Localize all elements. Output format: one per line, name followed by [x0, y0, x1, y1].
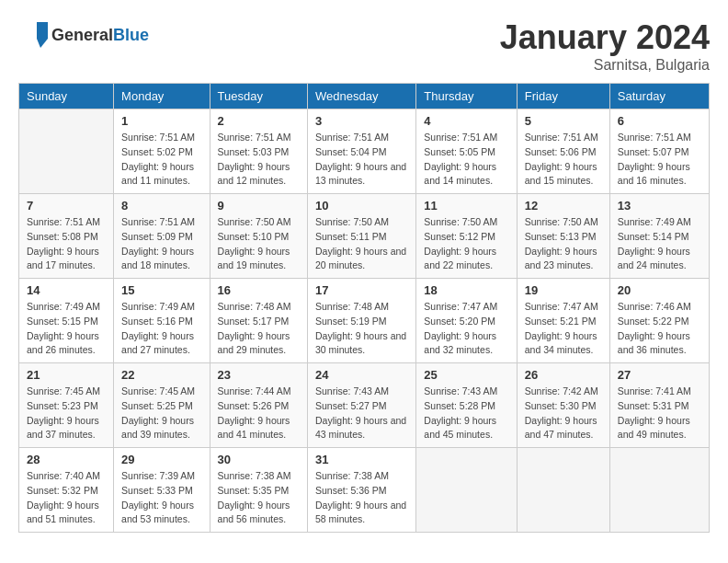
day-number: 30	[218, 453, 300, 466]
logo-icon	[18, 18, 48, 52]
day-info: Sunrise: 7:50 AMSunset: 5:12 PMDaylight:…	[424, 216, 497, 270]
calendar-cell: 10 Sunrise: 7:50 AMSunset: 5:11 PMDaylig…	[307, 194, 415, 279]
day-info: Sunrise: 7:42 AMSunset: 5:30 PMDaylight:…	[525, 385, 598, 440]
day-number: 5	[525, 114, 602, 128]
day-info: Sunrise: 7:43 AMSunset: 5:27 PMDaylight:…	[315, 385, 406, 440]
day-info: Sunrise: 7:49 AMSunset: 5:16 PMDaylight:…	[121, 301, 195, 355]
logo-blue: Blue	[113, 26, 149, 44]
logo: GeneralBlue	[18, 18, 149, 52]
day-number: 6	[618, 114, 701, 128]
day-number: 2	[218, 114, 300, 128]
calendar-cell: 22 Sunrise: 7:45 AMSunset: 5:25 PMDaylig…	[114, 363, 210, 448]
calendar-cell: 17 Sunrise: 7:48 AMSunset: 5:19 PMDaylig…	[307, 279, 415, 363]
day-number: 9	[218, 199, 300, 213]
day-number: 19	[525, 283, 602, 297]
subtitle: Sarnitsa, Bulgaria	[500, 57, 710, 74]
day-number: 8	[121, 199, 201, 213]
calendar-cell: 27 Sunrise: 7:41 AMSunset: 5:31 PMDaylig…	[609, 363, 709, 448]
logo-general: General	[51, 26, 113, 44]
calendar-cell: 2 Sunrise: 7:51 AMSunset: 5:03 PMDayligh…	[210, 109, 307, 194]
calendar-cell: 6 Sunrise: 7:51 AMSunset: 5:07 PMDayligh…	[609, 109, 709, 194]
day-number: 12	[525, 199, 602, 213]
day-info: Sunrise: 7:50 AMSunset: 5:10 PMDaylight:…	[218, 216, 291, 270]
day-number: 28	[27, 453, 106, 466]
day-info: Sunrise: 7:38 AMSunset: 5:35 PMDaylight:…	[218, 470, 291, 524]
calendar-week-1: 1 Sunrise: 7:51 AMSunset: 5:02 PMDayligh…	[19, 109, 710, 194]
calendar-week-5: 28 Sunrise: 7:40 AMSunset: 5:32 PMDaylig…	[19, 448, 710, 533]
calendar-cell: 30 Sunrise: 7:38 AMSunset: 5:35 PMDaylig…	[210, 448, 307, 533]
day-info: Sunrise: 7:41 AMSunset: 5:31 PMDaylight:…	[618, 385, 691, 440]
day-number: 17	[315, 283, 408, 297]
day-number: 4	[424, 114, 508, 128]
day-info: Sunrise: 7:43 AMSunset: 5:28 PMDaylight:…	[424, 385, 497, 440]
calendar-cell: 18 Sunrise: 7:47 AMSunset: 5:20 PMDaylig…	[416, 279, 517, 363]
calendar-cell: 28 Sunrise: 7:40 AMSunset: 5:32 PMDaylig…	[19, 448, 114, 533]
calendar-cell: 15 Sunrise: 7:49 AMSunset: 5:16 PMDaylig…	[114, 279, 210, 363]
day-number: 1	[121, 114, 201, 128]
day-number: 23	[218, 368, 300, 382]
day-number: 21	[27, 368, 106, 382]
header-day-thursday: Thursday	[416, 84, 517, 109]
day-info: Sunrise: 7:51 AMSunset: 5:06 PMDaylight:…	[525, 132, 598, 186]
header-day-monday: Monday	[114, 84, 210, 109]
day-number: 29	[121, 453, 201, 466]
header-day-friday: Friday	[517, 84, 609, 109]
calendar-cell: 9 Sunrise: 7:50 AMSunset: 5:10 PMDayligh…	[210, 194, 307, 279]
day-info: Sunrise: 7:45 AMSunset: 5:23 PMDaylight:…	[27, 385, 100, 440]
calendar-cell: 16 Sunrise: 7:48 AMSunset: 5:17 PMDaylig…	[210, 279, 307, 363]
day-number: 27	[618, 368, 701, 382]
day-info: Sunrise: 7:51 AMSunset: 5:09 PMDaylight:…	[121, 216, 195, 270]
main-title: January 2024	[500, 18, 710, 57]
calendar-week-2: 7 Sunrise: 7:51 AMSunset: 5:08 PMDayligh…	[19, 194, 710, 279]
day-number: 18	[424, 283, 508, 297]
day-number: 10	[315, 199, 408, 213]
day-info: Sunrise: 7:51 AMSunset: 5:07 PMDaylight:…	[618, 132, 691, 186]
calendar-cell: 5 Sunrise: 7:51 AMSunset: 5:06 PMDayligh…	[517, 109, 609, 194]
day-info: Sunrise: 7:44 AMSunset: 5:26 PMDaylight:…	[218, 385, 291, 440]
day-info: Sunrise: 7:48 AMSunset: 5:19 PMDaylight:…	[315, 301, 406, 355]
day-info: Sunrise: 7:51 AMSunset: 5:08 PMDaylight:…	[27, 216, 100, 270]
calendar-cell: 1 Sunrise: 7:51 AMSunset: 5:02 PMDayligh…	[114, 109, 210, 194]
svg-marker-1	[37, 39, 48, 48]
calendar-cell: 23 Sunrise: 7:44 AMSunset: 5:26 PMDaylig…	[210, 363, 307, 448]
calendar-cell: 29 Sunrise: 7:39 AMSunset: 5:33 PMDaylig…	[114, 448, 210, 533]
day-number: 7	[27, 199, 106, 213]
calendar-cell: 24 Sunrise: 7:43 AMSunset: 5:27 PMDaylig…	[307, 363, 415, 448]
header: GeneralBlue January 2024 Sarnitsa, Bulga…	[18, 18, 710, 74]
day-number: 13	[618, 199, 701, 213]
calendar-week-4: 21 Sunrise: 7:45 AMSunset: 5:23 PMDaylig…	[19, 363, 710, 448]
day-info: Sunrise: 7:49 AMSunset: 5:14 PMDaylight:…	[618, 216, 691, 270]
calendar-cell: 11 Sunrise: 7:50 AMSunset: 5:12 PMDaylig…	[416, 194, 517, 279]
header-day-tuesday: Tuesday	[210, 84, 307, 109]
day-number: 31	[315, 453, 408, 466]
day-number: 16	[218, 283, 300, 297]
calendar-table: SundayMondayTuesdayWednesdayThursdayFrid…	[18, 83, 710, 533]
calendar-cell	[19, 109, 114, 194]
svg-marker-0	[37, 22, 48, 39]
day-number: 14	[27, 283, 106, 297]
day-info: Sunrise: 7:51 AMSunset: 5:05 PMDaylight:…	[424, 132, 497, 186]
day-info: Sunrise: 7:38 AMSunset: 5:36 PMDaylight:…	[315, 470, 406, 524]
calendar-cell	[609, 448, 709, 533]
day-info: Sunrise: 7:47 AMSunset: 5:20 PMDaylight:…	[424, 301, 497, 355]
day-info: Sunrise: 7:47 AMSunset: 5:21 PMDaylight:…	[525, 301, 598, 355]
day-info: Sunrise: 7:51 AMSunset: 5:02 PMDaylight:…	[121, 132, 195, 186]
day-info: Sunrise: 7:50 AMSunset: 5:11 PMDaylight:…	[315, 216, 406, 270]
day-number: 15	[121, 283, 201, 297]
calendar-cell: 14 Sunrise: 7:49 AMSunset: 5:15 PMDaylig…	[19, 279, 114, 363]
day-info: Sunrise: 7:50 AMSunset: 5:13 PMDaylight:…	[525, 216, 598, 270]
calendar-cell	[416, 448, 517, 533]
day-info: Sunrise: 7:39 AMSunset: 5:33 PMDaylight:…	[121, 470, 195, 524]
day-number: 11	[424, 199, 508, 213]
calendar-cell: 26 Sunrise: 7:42 AMSunset: 5:30 PMDaylig…	[517, 363, 609, 448]
calendar-cell	[517, 448, 609, 533]
day-info: Sunrise: 7:48 AMSunset: 5:17 PMDaylight:…	[218, 301, 291, 355]
header-day-sunday: Sunday	[19, 84, 114, 109]
calendar-cell: 7 Sunrise: 7:51 AMSunset: 5:08 PMDayligh…	[19, 194, 114, 279]
calendar-cell: 4 Sunrise: 7:51 AMSunset: 5:05 PMDayligh…	[416, 109, 517, 194]
calendar-cell: 3 Sunrise: 7:51 AMSunset: 5:04 PMDayligh…	[307, 109, 415, 194]
day-info: Sunrise: 7:45 AMSunset: 5:25 PMDaylight:…	[121, 385, 195, 440]
header-day-wednesday: Wednesday	[307, 84, 415, 109]
day-number: 3	[315, 114, 408, 128]
calendar-cell: 13 Sunrise: 7:49 AMSunset: 5:14 PMDaylig…	[609, 194, 709, 279]
